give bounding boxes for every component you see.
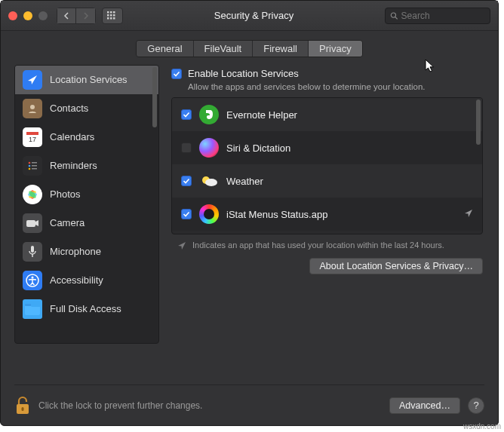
svg-point-29 bbox=[32, 276, 34, 278]
footer: Click the lock to prevent further change… bbox=[14, 385, 484, 425]
svg-rect-1 bbox=[110, 11, 112, 14]
sidebar-item-label: Full Disk Access bbox=[50, 303, 121, 314]
svg-rect-7 bbox=[110, 17, 112, 20]
enable-location-subtext: Allow the apps and services below to det… bbox=[188, 82, 483, 91]
app-row-weather: Weather bbox=[172, 164, 482, 198]
svg-point-9 bbox=[391, 13, 395, 17]
app-checkbox[interactable] bbox=[181, 109, 192, 120]
istat-app-icon bbox=[199, 204, 219, 224]
svg-point-32 bbox=[205, 179, 217, 186]
check-icon bbox=[173, 70, 180, 78]
show-all-button[interactable] bbox=[102, 8, 123, 24]
app-name: Siri & Dictation bbox=[226, 142, 290, 154]
grid-icon bbox=[107, 11, 118, 20]
sidebar-item-label: Camera bbox=[50, 217, 85, 228]
sidebar-item-accessibility[interactable]: Accessibility bbox=[15, 266, 158, 295]
location-indicator-icon bbox=[177, 241, 186, 250]
app-checkbox[interactable] bbox=[181, 209, 192, 219]
lock-text: Click the lock to prevent further change… bbox=[38, 400, 202, 411]
app-checkbox[interactable] bbox=[181, 176, 192, 186]
location-services-panel: Enable Location Services Allow the apps … bbox=[170, 65, 484, 375]
preferences-window: Security & Privacy GeneralFileVaultFirew… bbox=[0, 0, 499, 426]
microphone-icon bbox=[23, 242, 42, 262]
chevron-right-icon bbox=[83, 12, 89, 20]
about-location-privacy-button[interactable]: About Location Services & Privacy… bbox=[309, 258, 483, 274]
svg-rect-3 bbox=[107, 14, 109, 17]
minimize-button[interactable] bbox=[23, 11, 32, 20]
enable-location-label: Enable Location Services bbox=[188, 68, 299, 79]
zoom-button[interactable] bbox=[38, 11, 48, 20]
location-used-indicator-icon bbox=[464, 209, 473, 220]
sidebar-item-location-services[interactable]: Location Services bbox=[15, 66, 158, 94]
back-button[interactable] bbox=[57, 8, 76, 24]
svg-rect-15 bbox=[32, 162, 37, 164]
sidebar-item-label: Reminders bbox=[50, 160, 97, 171]
svg-text:17: 17 bbox=[29, 136, 36, 143]
tab-general[interactable]: General bbox=[137, 41, 193, 57]
reminders-icon bbox=[23, 156, 42, 176]
svg-point-18 bbox=[29, 167, 31, 170]
location-icon bbox=[23, 70, 42, 90]
sidebar-item-label: Location Services bbox=[50, 74, 128, 85]
svg-rect-25 bbox=[26, 220, 35, 227]
svg-rect-6 bbox=[107, 17, 109, 20]
evernote-app-icon bbox=[199, 105, 219, 124]
app-name: iStat Menus Status.app bbox=[226, 209, 327, 220]
camera-icon bbox=[23, 213, 42, 233]
close-button[interactable] bbox=[8, 11, 17, 20]
sidebar-item-contacts[interactable]: Contacts bbox=[15, 94, 158, 123]
sidebar-item-label: Calendars bbox=[50, 131, 94, 142]
app-row-evernote-helper: Evernote Helper bbox=[172, 98, 482, 131]
app-checkbox[interactable] bbox=[181, 142, 192, 153]
lock-icon[interactable] bbox=[14, 395, 31, 416]
about-row: About Location Services & Privacy… bbox=[171, 250, 483, 274]
weather-app-icon bbox=[199, 171, 219, 191]
svg-point-16 bbox=[29, 164, 31, 167]
sidebar-item-camera[interactable]: Camera bbox=[15, 209, 158, 237]
tab-row: GeneralFileVaultFirewallPrivacy bbox=[1, 31, 498, 65]
svg-point-14 bbox=[29, 161, 31, 164]
sidebar-item-microphone[interactable]: Microphone bbox=[15, 237, 158, 266]
window-controls bbox=[8, 11, 48, 20]
svg-rect-2 bbox=[113, 11, 115, 14]
sidebar-item-full-disk-access[interactable]: Full Disk Access bbox=[15, 295, 158, 323]
tabs: GeneralFileVaultFirewallPrivacy bbox=[136, 40, 362, 57]
contacts-icon bbox=[23, 99, 42, 118]
sidebar-item-label: Photos bbox=[50, 188, 80, 200]
help-button[interactable]: ? bbox=[468, 397, 484, 414]
sidebar-item-reminders[interactable]: Reminders bbox=[15, 152, 158, 180]
window-title: Security & Privacy bbox=[129, 10, 379, 21]
chevron-left-icon bbox=[63, 12, 69, 20]
search-input[interactable] bbox=[401, 11, 485, 21]
app-name: Weather bbox=[226, 176, 263, 187]
applist-scrollbar[interactable] bbox=[476, 100, 481, 145]
svg-point-11 bbox=[30, 105, 35, 109]
tab-privacy[interactable]: Privacy bbox=[309, 41, 362, 57]
forward-button[interactable] bbox=[76, 8, 96, 24]
watermark: wsxdn.com bbox=[463, 422, 501, 430]
siri-app-icon bbox=[199, 138, 219, 158]
sidebar-scrollbar[interactable] bbox=[152, 67, 157, 127]
svg-rect-26 bbox=[31, 246, 34, 253]
privacy-category-sidebar[interactable]: Location ServicesContacts17CalendarsRemi… bbox=[14, 65, 159, 344]
tab-filevault[interactable]: FileVault bbox=[194, 41, 254, 57]
svg-rect-19 bbox=[32, 168, 37, 170]
folder-icon bbox=[23, 299, 42, 319]
sidebar-item-photos[interactable]: Photos bbox=[15, 180, 158, 209]
enable-location-checkbox[interactable] bbox=[171, 69, 182, 79]
tab-firewall[interactable]: Firewall bbox=[253, 41, 309, 57]
svg-rect-30 bbox=[25, 304, 31, 306]
indicator-note: Indicates an app that has used your loca… bbox=[171, 234, 483, 250]
svg-rect-8 bbox=[113, 17, 115, 20]
svg-rect-34 bbox=[22, 407, 24, 411]
app-row-istat-menus-status-app: iStat Menus Status.app bbox=[172, 198, 482, 231]
indicator-note-text: Indicates an app that has used your loca… bbox=[192, 241, 444, 250]
app-list[interactable]: Evernote HelperSiri & DictationWeatheriS… bbox=[171, 97, 483, 234]
app-name: Evernote Helper bbox=[226, 109, 297, 121]
photos-icon bbox=[23, 185, 42, 204]
svg-rect-5 bbox=[113, 14, 115, 17]
search-field[interactable] bbox=[385, 8, 490, 24]
advanced-button[interactable]: Advanced… bbox=[389, 397, 460, 414]
main-content: Location ServicesContacts17CalendarsRemi… bbox=[1, 65, 498, 375]
sidebar-item-calendars[interactable]: 17Calendars bbox=[15, 123, 158, 152]
